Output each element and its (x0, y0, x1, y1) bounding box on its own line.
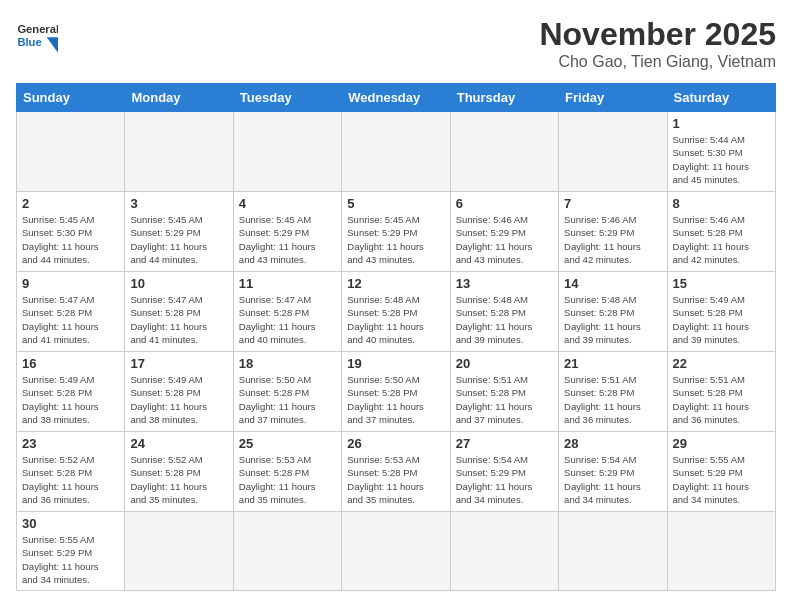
day-number: 24 (130, 436, 227, 451)
day-number: 10 (130, 276, 227, 291)
calendar-cell: 3Sunrise: 5:45 AM Sunset: 5:29 PM Daylig… (125, 192, 233, 272)
day-info: Sunrise: 5:52 AM Sunset: 5:28 PM Dayligh… (130, 453, 227, 506)
day-number: 6 (456, 196, 553, 211)
day-info: Sunrise: 5:54 AM Sunset: 5:29 PM Dayligh… (456, 453, 553, 506)
day-info: Sunrise: 5:49 AM Sunset: 5:28 PM Dayligh… (673, 293, 770, 346)
day-number: 4 (239, 196, 336, 211)
day-number: 14 (564, 276, 661, 291)
calendar-cell (233, 512, 341, 591)
calendar-table: SundayMondayTuesdayWednesdayThursdayFrid… (16, 83, 776, 591)
logo: General Blue (16, 16, 58, 58)
day-info: Sunrise: 5:47 AM Sunset: 5:28 PM Dayligh… (239, 293, 336, 346)
svg-text:Blue: Blue (17, 36, 41, 48)
calendar-cell (450, 512, 558, 591)
day-number: 23 (22, 436, 119, 451)
day-info: Sunrise: 5:50 AM Sunset: 5:28 PM Dayligh… (239, 373, 336, 426)
day-number: 2 (22, 196, 119, 211)
day-number: 30 (22, 516, 119, 531)
calendar-cell: 22Sunrise: 5:51 AM Sunset: 5:28 PM Dayli… (667, 352, 775, 432)
day-number: 27 (456, 436, 553, 451)
weekday-header-monday: Monday (125, 84, 233, 112)
day-info: Sunrise: 5:52 AM Sunset: 5:28 PM Dayligh… (22, 453, 119, 506)
day-number: 20 (456, 356, 553, 371)
title-area: November 2025 Cho Gao, Tien Giang, Vietn… (539, 16, 776, 71)
header: General Blue November 2025 Cho Gao, Tien… (16, 16, 776, 71)
day-info: Sunrise: 5:45 AM Sunset: 5:30 PM Dayligh… (22, 213, 119, 266)
calendar-cell: 23Sunrise: 5:52 AM Sunset: 5:28 PM Dayli… (17, 432, 125, 512)
calendar-cell (342, 512, 450, 591)
day-number: 11 (239, 276, 336, 291)
day-info: Sunrise: 5:49 AM Sunset: 5:28 PM Dayligh… (130, 373, 227, 426)
calendar-cell: 7Sunrise: 5:46 AM Sunset: 5:29 PM Daylig… (559, 192, 667, 272)
weekday-header-saturday: Saturday (667, 84, 775, 112)
day-number: 8 (673, 196, 770, 211)
weekday-header-row: SundayMondayTuesdayWednesdayThursdayFrid… (17, 84, 776, 112)
calendar-cell (233, 112, 341, 192)
calendar-cell: 16Sunrise: 5:49 AM Sunset: 5:28 PM Dayli… (17, 352, 125, 432)
calendar-cell (559, 112, 667, 192)
weekday-header-thursday: Thursday (450, 84, 558, 112)
calendar-cell: 1Sunrise: 5:44 AM Sunset: 5:30 PM Daylig… (667, 112, 775, 192)
calendar-cell (450, 112, 558, 192)
calendar-cell: 15Sunrise: 5:49 AM Sunset: 5:28 PM Dayli… (667, 272, 775, 352)
calendar-cell: 30Sunrise: 5:55 AM Sunset: 5:29 PM Dayli… (17, 512, 125, 591)
calendar-cell: 20Sunrise: 5:51 AM Sunset: 5:28 PM Dayli… (450, 352, 558, 432)
day-number: 5 (347, 196, 444, 211)
calendar-cell: 5Sunrise: 5:45 AM Sunset: 5:29 PM Daylig… (342, 192, 450, 272)
day-info: Sunrise: 5:53 AM Sunset: 5:28 PM Dayligh… (347, 453, 444, 506)
day-number: 19 (347, 356, 444, 371)
calendar-cell: 29Sunrise: 5:55 AM Sunset: 5:29 PM Dayli… (667, 432, 775, 512)
day-number: 7 (564, 196, 661, 211)
day-info: Sunrise: 5:47 AM Sunset: 5:28 PM Dayligh… (130, 293, 227, 346)
day-info: Sunrise: 5:45 AM Sunset: 5:29 PM Dayligh… (347, 213, 444, 266)
day-info: Sunrise: 5:46 AM Sunset: 5:29 PM Dayligh… (456, 213, 553, 266)
day-info: Sunrise: 5:47 AM Sunset: 5:28 PM Dayligh… (22, 293, 119, 346)
day-number: 25 (239, 436, 336, 451)
day-info: Sunrise: 5:50 AM Sunset: 5:28 PM Dayligh… (347, 373, 444, 426)
day-info: Sunrise: 5:51 AM Sunset: 5:28 PM Dayligh… (456, 373, 553, 426)
day-info: Sunrise: 5:48 AM Sunset: 5:28 PM Dayligh… (347, 293, 444, 346)
day-info: Sunrise: 5:55 AM Sunset: 5:29 PM Dayligh… (673, 453, 770, 506)
day-info: Sunrise: 5:55 AM Sunset: 5:29 PM Dayligh… (22, 533, 119, 586)
day-number: 1 (673, 116, 770, 131)
calendar-cell (667, 512, 775, 591)
day-info: Sunrise: 5:48 AM Sunset: 5:28 PM Dayligh… (456, 293, 553, 346)
day-info: Sunrise: 5:51 AM Sunset: 5:28 PM Dayligh… (564, 373, 661, 426)
day-info: Sunrise: 5:54 AM Sunset: 5:29 PM Dayligh… (564, 453, 661, 506)
day-info: Sunrise: 5:53 AM Sunset: 5:28 PM Dayligh… (239, 453, 336, 506)
calendar-week-row: 1Sunrise: 5:44 AM Sunset: 5:30 PM Daylig… (17, 112, 776, 192)
day-number: 9 (22, 276, 119, 291)
day-info: Sunrise: 5:45 AM Sunset: 5:29 PM Dayligh… (130, 213, 227, 266)
day-number: 18 (239, 356, 336, 371)
calendar-cell: 27Sunrise: 5:54 AM Sunset: 5:29 PM Dayli… (450, 432, 558, 512)
calendar-week-row: 2Sunrise: 5:45 AM Sunset: 5:30 PM Daylig… (17, 192, 776, 272)
calendar-cell: 25Sunrise: 5:53 AM Sunset: 5:28 PM Dayli… (233, 432, 341, 512)
calendar-cell: 26Sunrise: 5:53 AM Sunset: 5:28 PM Dayli… (342, 432, 450, 512)
calendar-cell: 8Sunrise: 5:46 AM Sunset: 5:28 PM Daylig… (667, 192, 775, 272)
day-info: Sunrise: 5:48 AM Sunset: 5:28 PM Dayligh… (564, 293, 661, 346)
calendar-cell: 18Sunrise: 5:50 AM Sunset: 5:28 PM Dayli… (233, 352, 341, 432)
calendar-cell: 28Sunrise: 5:54 AM Sunset: 5:29 PM Dayli… (559, 432, 667, 512)
svg-text:General: General (17, 23, 58, 35)
day-number: 16 (22, 356, 119, 371)
calendar-cell: 14Sunrise: 5:48 AM Sunset: 5:28 PM Dayli… (559, 272, 667, 352)
calendar-cell: 17Sunrise: 5:49 AM Sunset: 5:28 PM Dayli… (125, 352, 233, 432)
calendar-cell (125, 512, 233, 591)
day-number: 15 (673, 276, 770, 291)
day-number: 22 (673, 356, 770, 371)
location-title: Cho Gao, Tien Giang, Vietnam (539, 53, 776, 71)
weekday-header-friday: Friday (559, 84, 667, 112)
weekday-header-sunday: Sunday (17, 84, 125, 112)
day-number: 13 (456, 276, 553, 291)
weekday-header-wednesday: Wednesday (342, 84, 450, 112)
day-info: Sunrise: 5:46 AM Sunset: 5:28 PM Dayligh… (673, 213, 770, 266)
calendar-cell: 10Sunrise: 5:47 AM Sunset: 5:28 PM Dayli… (125, 272, 233, 352)
calendar-cell: 24Sunrise: 5:52 AM Sunset: 5:28 PM Dayli… (125, 432, 233, 512)
day-number: 26 (347, 436, 444, 451)
calendar-cell (342, 112, 450, 192)
generalblue-logo-icon: General Blue (16, 16, 58, 58)
day-number: 17 (130, 356, 227, 371)
calendar-cell (17, 112, 125, 192)
calendar-cell: 19Sunrise: 5:50 AM Sunset: 5:28 PM Dayli… (342, 352, 450, 432)
weekday-header-tuesday: Tuesday (233, 84, 341, 112)
